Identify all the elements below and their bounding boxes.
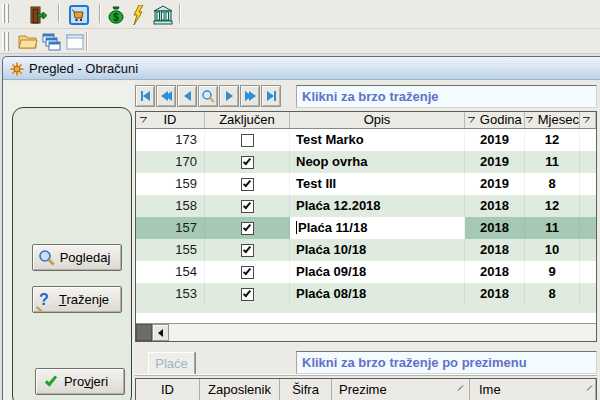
table-row[interactable]: 170 Neop ovrha 2019 11 bbox=[136, 151, 596, 173]
empty-row-strip bbox=[136, 305, 596, 313]
cart-icon bbox=[69, 5, 89, 25]
single-window-button[interactable] bbox=[63, 31, 86, 52]
zakljucen-checkbox[interactable] bbox=[241, 222, 254, 235]
search-icon bbox=[201, 89, 215, 103]
toolbar-grip[interactable] bbox=[6, 4, 9, 23]
question-magnifier-icon: ? bbox=[39, 291, 53, 309]
window-titlebar[interactable]: Pregled - Obračuni bbox=[3, 57, 600, 80]
folder-icon bbox=[18, 33, 38, 50]
table-row[interactable]: 158 Plaća 12.2018 2018 12 bbox=[136, 195, 596, 217]
column-header-id[interactable]: ID bbox=[136, 112, 205, 128]
column-header-prezime[interactable]: Prezime bbox=[332, 379, 470, 400]
quick-search-prezime-field[interactable]: Klikni za brzo traženje po prezimenu bbox=[296, 351, 597, 374]
left-arrow-icon bbox=[158, 329, 163, 337]
magnifier-icon bbox=[38, 249, 55, 266]
column-header-zaposlenik[interactable]: Zaposlenik bbox=[200, 379, 280, 400]
column-header-id[interactable]: ID bbox=[136, 379, 200, 400]
toolbar-grip[interactable] bbox=[6, 32, 9, 51]
column-header-godina[interactable]: Godina bbox=[465, 112, 525, 128]
last-record-icon bbox=[267, 91, 274, 101]
table-row[interactable]: 155 Plaća 10/18 2018 10 bbox=[136, 239, 596, 261]
nav-next-page-button[interactable] bbox=[240, 85, 260, 107]
nav-prior-button[interactable] bbox=[177, 85, 197, 107]
toolbar-grip[interactable] bbox=[2, 4, 5, 23]
zakljucen-checkbox[interactable] bbox=[241, 266, 254, 279]
nav-last-button[interactable] bbox=[261, 85, 281, 107]
column-header-ime[interactable]: Ime bbox=[470, 379, 596, 400]
zakljucen-checkbox[interactable] bbox=[241, 156, 254, 169]
grid-header-row: ID Zaključen Opis Godina Mjesec R bbox=[136, 112, 596, 129]
table-row[interactable]: 159 Test III 2019 8 bbox=[136, 173, 596, 195]
quick-calc-button[interactable] bbox=[127, 3, 150, 26]
sort-icon bbox=[525, 116, 534, 125]
table-row[interactable]: 154 Plaća 09/18 2018 9 bbox=[136, 261, 596, 283]
column-header-zakljucen[interactable]: Zaključen bbox=[205, 112, 290, 128]
lightning-icon bbox=[130, 5, 148, 25]
pogledaj-label: Pogledaj bbox=[55, 250, 121, 265]
zakljucen-checkbox[interactable] bbox=[241, 288, 254, 301]
cascade-windows-button[interactable] bbox=[40, 31, 63, 52]
horizontal-scrollbar[interactable] bbox=[136, 323, 596, 341]
sort-icon bbox=[139, 116, 148, 125]
toolbar-grip[interactable] bbox=[2, 32, 5, 51]
sort-asc-icon bbox=[457, 384, 465, 392]
prior-record-icon bbox=[184, 91, 191, 101]
scroll-left-button[interactable] bbox=[152, 324, 169, 341]
provjeri-label: Provjeri bbox=[54, 374, 124, 389]
column-header-mjesec[interactable]: Mjesec bbox=[525, 112, 580, 128]
trazenje-button[interactable]: ? Traženje bbox=[32, 286, 122, 313]
exit-button[interactable] bbox=[26, 3, 49, 26]
nav-next-button[interactable] bbox=[219, 85, 239, 107]
exit-door-icon bbox=[28, 5, 48, 25]
pogledaj-button[interactable]: Pogledaj bbox=[32, 244, 122, 271]
sort-asc-icon bbox=[586, 384, 594, 392]
provjeri-button[interactable]: Provjeri bbox=[35, 368, 125, 395]
tab-place[interactable]: Plaće bbox=[148, 352, 195, 374]
column-header-opis[interactable]: Opis bbox=[290, 112, 465, 128]
table-row-selected[interactable]: 157 Plaća 11/18 2018 11 bbox=[136, 217, 596, 239]
toolbar-separator bbox=[179, 4, 180, 23]
svg-text:$: $ bbox=[113, 11, 119, 22]
pregled-obracuni-window: Pregled - Obračuni Pogledaj ? Traženje P… bbox=[2, 56, 600, 400]
zakljucen-checkbox[interactable] bbox=[241, 134, 254, 147]
window-title: Pregled - Obračuni bbox=[29, 61, 138, 76]
money-button[interactable]: $ bbox=[104, 3, 127, 26]
toolbar-separator bbox=[86, 32, 87, 51]
zakljucen-checkbox[interactable] bbox=[241, 200, 254, 213]
detail-grid-header: ID Zaposlenik Šifra Prezime Ime bbox=[135, 378, 597, 400]
cascade-windows-icon bbox=[42, 33, 62, 51]
scrollbar-thumb[interactable] bbox=[136, 324, 152, 341]
open-button[interactable] bbox=[16, 31, 39, 52]
nav-prior-page-button[interactable] bbox=[156, 85, 176, 107]
bank-button[interactable] bbox=[151, 3, 174, 26]
bank-icon bbox=[152, 5, 174, 25]
nav-search-button[interactable] bbox=[198, 85, 218, 107]
main-toolbar: $ bbox=[0, 0, 600, 29]
zakljucen-checkbox[interactable] bbox=[241, 244, 254, 257]
obracuni-grid[interactable]: ID Zaključen Opis Godina Mjesec R 1 bbox=[135, 111, 597, 342]
opis-edit-cell[interactable]: Plaća 11/18 bbox=[290, 217, 465, 239]
left-panel: Pogledaj ? Traženje Provjeri bbox=[3, 81, 134, 400]
toolbar-separator bbox=[58, 4, 59, 23]
single-window-icon bbox=[66, 34, 84, 50]
sort-icon bbox=[582, 116, 591, 125]
money-bag-icon: $ bbox=[106, 5, 126, 25]
trazenje-label: Traženje bbox=[53, 292, 121, 307]
toolbar-separator bbox=[99, 4, 100, 23]
window-toolbar bbox=[0, 29, 600, 54]
tab-divider bbox=[135, 374, 597, 376]
window-client: Pogledaj ? Traženje Provjeri Klikni z bbox=[3, 81, 600, 400]
table-row[interactable]: 153 Plaća 08/18 2018 8 bbox=[136, 283, 596, 305]
sunburst-window-icon bbox=[10, 62, 24, 76]
sort-icon bbox=[467, 116, 476, 125]
column-header-sifra[interactable]: Šifra bbox=[280, 379, 332, 400]
table-row[interactable]: 173 Test Marko 2019 12 bbox=[136, 129, 596, 151]
next-record-icon bbox=[226, 91, 233, 101]
cart-button[interactable] bbox=[67, 3, 90, 26]
zakljucen-checkbox[interactable] bbox=[241, 178, 254, 191]
column-header-r[interactable]: R bbox=[580, 112, 596, 128]
quick-search-field[interactable]: Klikni za brzo traženje bbox=[296, 85, 597, 108]
nav-first-button[interactable] bbox=[135, 85, 155, 107]
